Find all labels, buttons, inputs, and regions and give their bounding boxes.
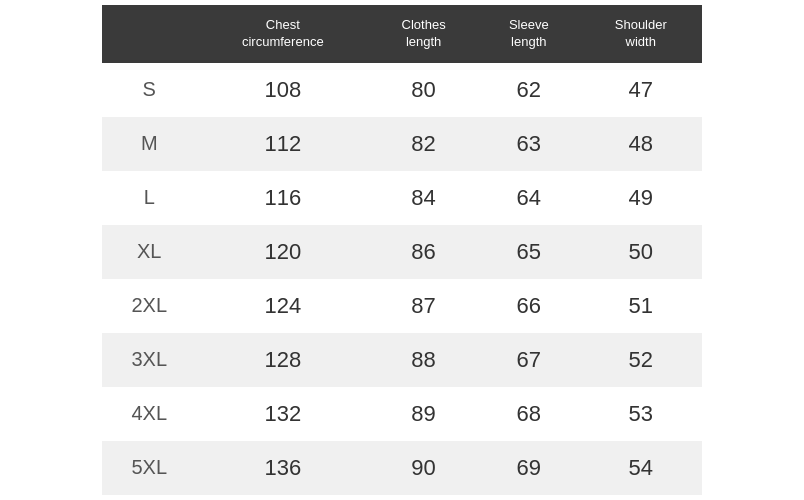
cell-shoulder_width: 50: [580, 225, 702, 279]
cell-shoulder_width: 47: [580, 63, 702, 117]
cell-chest: 120: [196, 225, 369, 279]
cell-clothes_length: 84: [369, 171, 478, 225]
header-shoulder-width: Shoulderwidth: [580, 5, 702, 63]
header-chest: Chestcircumference: [196, 5, 369, 63]
cell-shoulder_width: 53: [580, 387, 702, 441]
cell-clothes_length: 86: [369, 225, 478, 279]
cell-sleeve_length: 66: [478, 279, 580, 333]
cell-clothes_length: 80: [369, 63, 478, 117]
table-row: 4XL132896853: [102, 387, 702, 441]
cell-size: 4XL: [102, 387, 196, 441]
cell-chest: 124: [196, 279, 369, 333]
header-size: [102, 5, 196, 63]
table-row: XL120866550: [102, 225, 702, 279]
header-clothes-length: Clotheslength: [369, 5, 478, 63]
cell-size: 2XL: [102, 279, 196, 333]
cell-clothes_length: 88: [369, 333, 478, 387]
cell-chest: 116: [196, 171, 369, 225]
cell-clothes_length: 89: [369, 387, 478, 441]
cell-size: 5XL: [102, 441, 196, 495]
cell-sleeve_length: 63: [478, 117, 580, 171]
header-sleeve-length: Sleevelength: [478, 5, 580, 63]
cell-shoulder_width: 49: [580, 171, 702, 225]
table-row: 5XL136906954: [102, 441, 702, 495]
cell-size: 3XL: [102, 333, 196, 387]
table-row: 2XL124876651: [102, 279, 702, 333]
cell-clothes_length: 90: [369, 441, 478, 495]
cell-sleeve_length: 69: [478, 441, 580, 495]
cell-chest: 108: [196, 63, 369, 117]
table-header-row: Chestcircumference Clotheslength Sleevel…: [102, 5, 702, 63]
size-chart-wrapper: Chestcircumference Clotheslength Sleevel…: [102, 5, 702, 495]
cell-size: L: [102, 171, 196, 225]
cell-size: M: [102, 117, 196, 171]
cell-clothes_length: 87: [369, 279, 478, 333]
cell-shoulder_width: 51: [580, 279, 702, 333]
cell-shoulder_width: 54: [580, 441, 702, 495]
cell-clothes_length: 82: [369, 117, 478, 171]
cell-sleeve_length: 67: [478, 333, 580, 387]
cell-chest: 112: [196, 117, 369, 171]
cell-sleeve_length: 65: [478, 225, 580, 279]
cell-size: XL: [102, 225, 196, 279]
cell-sleeve_length: 62: [478, 63, 580, 117]
cell-shoulder_width: 52: [580, 333, 702, 387]
cell-sleeve_length: 68: [478, 387, 580, 441]
table-row: L116846449: [102, 171, 702, 225]
cell-chest: 128: [196, 333, 369, 387]
cell-chest: 136: [196, 441, 369, 495]
table-row: 3XL128886752: [102, 333, 702, 387]
cell-chest: 132: [196, 387, 369, 441]
table-row: M112826348: [102, 117, 702, 171]
table-row: S108806247: [102, 63, 702, 117]
size-chart-table: Chestcircumference Clotheslength Sleevel…: [102, 5, 702, 495]
cell-size: S: [102, 63, 196, 117]
cell-shoulder_width: 48: [580, 117, 702, 171]
cell-sleeve_length: 64: [478, 171, 580, 225]
